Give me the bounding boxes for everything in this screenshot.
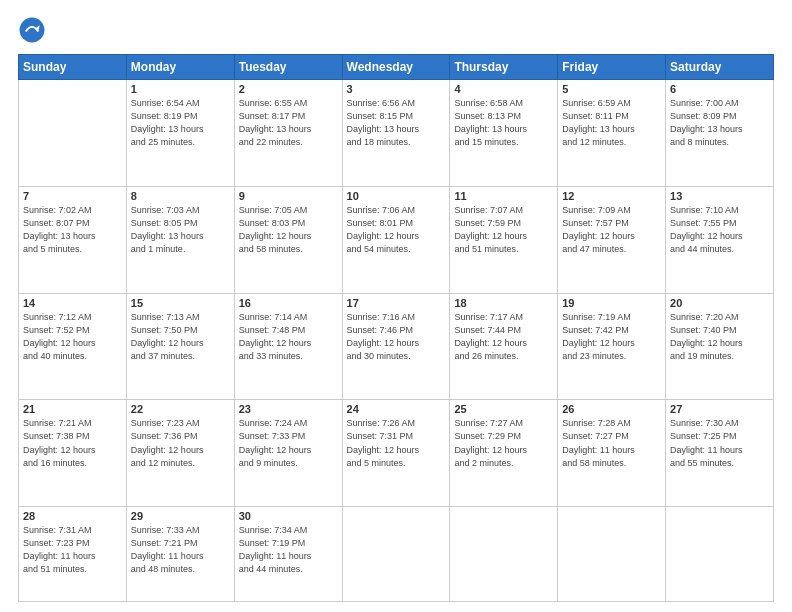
day-info: Sunrise: 7:14 AM Sunset: 7:48 PM Dayligh… <box>239 311 338 363</box>
day-info: Sunrise: 6:55 AM Sunset: 8:17 PM Dayligh… <box>239 97 338 149</box>
day-info: Sunrise: 7:30 AM Sunset: 7:25 PM Dayligh… <box>670 417 769 469</box>
calendar-cell: 5Sunrise: 6:59 AM Sunset: 8:11 PM Daylig… <box>558 80 666 187</box>
day-number: 13 <box>670 190 769 202</box>
day-info: Sunrise: 7:33 AM Sunset: 7:21 PM Dayligh… <box>131 524 230 576</box>
calendar-cell: 2Sunrise: 6:55 AM Sunset: 8:17 PM Daylig… <box>234 80 342 187</box>
calendar-cell: 13Sunrise: 7:10 AM Sunset: 7:55 PM Dayli… <box>666 186 774 293</box>
calendar-day-header: Thursday <box>450 55 558 80</box>
day-info: Sunrise: 7:17 AM Sunset: 7:44 PM Dayligh… <box>454 311 553 363</box>
calendar-cell <box>558 507 666 602</box>
calendar-day-header: Wednesday <box>342 55 450 80</box>
calendar-week-row: 28Sunrise: 7:31 AM Sunset: 7:23 PM Dayli… <box>19 507 774 602</box>
day-number: 3 <box>347 83 446 95</box>
day-info: Sunrise: 7:28 AM Sunset: 7:27 PM Dayligh… <box>562 417 661 469</box>
day-info: Sunrise: 7:19 AM Sunset: 7:42 PM Dayligh… <box>562 311 661 363</box>
day-number: 14 <box>23 297 122 309</box>
calendar-cell: 4Sunrise: 6:58 AM Sunset: 8:13 PM Daylig… <box>450 80 558 187</box>
day-number: 2 <box>239 83 338 95</box>
svg-point-0 <box>20 18 45 43</box>
day-info: Sunrise: 7:13 AM Sunset: 7:50 PM Dayligh… <box>131 311 230 363</box>
calendar-cell: 10Sunrise: 7:06 AM Sunset: 8:01 PM Dayli… <box>342 186 450 293</box>
calendar-cell: 25Sunrise: 7:27 AM Sunset: 7:29 PM Dayli… <box>450 400 558 507</box>
calendar-cell <box>342 507 450 602</box>
day-info: Sunrise: 7:23 AM Sunset: 7:36 PM Dayligh… <box>131 417 230 469</box>
day-number: 28 <box>23 510 122 522</box>
day-number: 7 <box>23 190 122 202</box>
day-info: Sunrise: 6:56 AM Sunset: 8:15 PM Dayligh… <box>347 97 446 149</box>
day-number: 21 <box>23 403 122 415</box>
calendar-cell: 21Sunrise: 7:21 AM Sunset: 7:38 PM Dayli… <box>19 400 127 507</box>
day-info: Sunrise: 7:31 AM Sunset: 7:23 PM Dayligh… <box>23 524 122 576</box>
calendar-header-row: SundayMondayTuesdayWednesdayThursdayFrid… <box>19 55 774 80</box>
calendar-cell: 1Sunrise: 6:54 AM Sunset: 8:19 PM Daylig… <box>126 80 234 187</box>
day-number: 17 <box>347 297 446 309</box>
calendar-cell: 23Sunrise: 7:24 AM Sunset: 7:33 PM Dayli… <box>234 400 342 507</box>
calendar-cell: 15Sunrise: 7:13 AM Sunset: 7:50 PM Dayli… <box>126 293 234 400</box>
day-number: 20 <box>670 297 769 309</box>
day-info: Sunrise: 7:24 AM Sunset: 7:33 PM Dayligh… <box>239 417 338 469</box>
day-info: Sunrise: 7:34 AM Sunset: 7:19 PM Dayligh… <box>239 524 338 576</box>
day-number: 15 <box>131 297 230 309</box>
calendar-cell: 8Sunrise: 7:03 AM Sunset: 8:05 PM Daylig… <box>126 186 234 293</box>
day-number: 10 <box>347 190 446 202</box>
day-info: Sunrise: 7:07 AM Sunset: 7:59 PM Dayligh… <box>454 204 553 256</box>
calendar-cell: 28Sunrise: 7:31 AM Sunset: 7:23 PM Dayli… <box>19 507 127 602</box>
day-number: 26 <box>562 403 661 415</box>
calendar-cell: 29Sunrise: 7:33 AM Sunset: 7:21 PM Dayli… <box>126 507 234 602</box>
day-number: 9 <box>239 190 338 202</box>
day-number: 4 <box>454 83 553 95</box>
calendar-day-header: Sunday <box>19 55 127 80</box>
calendar-cell <box>19 80 127 187</box>
day-number: 22 <box>131 403 230 415</box>
day-info: Sunrise: 7:00 AM Sunset: 8:09 PM Dayligh… <box>670 97 769 149</box>
day-number: 25 <box>454 403 553 415</box>
day-info: Sunrise: 7:12 AM Sunset: 7:52 PM Dayligh… <box>23 311 122 363</box>
day-info: Sunrise: 7:27 AM Sunset: 7:29 PM Dayligh… <box>454 417 553 469</box>
calendar-cell: 30Sunrise: 7:34 AM Sunset: 7:19 PM Dayli… <box>234 507 342 602</box>
day-info: Sunrise: 7:02 AM Sunset: 8:07 PM Dayligh… <box>23 204 122 256</box>
calendar-day-header: Friday <box>558 55 666 80</box>
calendar-week-row: 21Sunrise: 7:21 AM Sunset: 7:38 PM Dayli… <box>19 400 774 507</box>
day-number: 11 <box>454 190 553 202</box>
day-info: Sunrise: 7:10 AM Sunset: 7:55 PM Dayligh… <box>670 204 769 256</box>
day-info: Sunrise: 7:03 AM Sunset: 8:05 PM Dayligh… <box>131 204 230 256</box>
calendar-cell: 9Sunrise: 7:05 AM Sunset: 8:03 PM Daylig… <box>234 186 342 293</box>
calendar-cell: 17Sunrise: 7:16 AM Sunset: 7:46 PM Dayli… <box>342 293 450 400</box>
calendar-cell <box>450 507 558 602</box>
calendar-cell: 18Sunrise: 7:17 AM Sunset: 7:44 PM Dayli… <box>450 293 558 400</box>
day-number: 12 <box>562 190 661 202</box>
day-number: 1 <box>131 83 230 95</box>
day-info: Sunrise: 7:06 AM Sunset: 8:01 PM Dayligh… <box>347 204 446 256</box>
calendar-day-header: Monday <box>126 55 234 80</box>
calendar-cell: 16Sunrise: 7:14 AM Sunset: 7:48 PM Dayli… <box>234 293 342 400</box>
calendar-cell: 7Sunrise: 7:02 AM Sunset: 8:07 PM Daylig… <box>19 186 127 293</box>
day-info: Sunrise: 6:59 AM Sunset: 8:11 PM Dayligh… <box>562 97 661 149</box>
calendar-cell: 24Sunrise: 7:26 AM Sunset: 7:31 PM Dayli… <box>342 400 450 507</box>
calendar-cell: 11Sunrise: 7:07 AM Sunset: 7:59 PM Dayli… <box>450 186 558 293</box>
day-info: Sunrise: 7:21 AM Sunset: 7:38 PM Dayligh… <box>23 417 122 469</box>
calendar-week-row: 1Sunrise: 6:54 AM Sunset: 8:19 PM Daylig… <box>19 80 774 187</box>
calendar-table: SundayMondayTuesdayWednesdayThursdayFrid… <box>18 54 774 602</box>
day-number: 27 <box>670 403 769 415</box>
day-number: 18 <box>454 297 553 309</box>
calendar-week-row: 7Sunrise: 7:02 AM Sunset: 8:07 PM Daylig… <box>19 186 774 293</box>
calendar-cell: 27Sunrise: 7:30 AM Sunset: 7:25 PM Dayli… <box>666 400 774 507</box>
day-info: Sunrise: 7:05 AM Sunset: 8:03 PM Dayligh… <box>239 204 338 256</box>
day-info: Sunrise: 6:54 AM Sunset: 8:19 PM Dayligh… <box>131 97 230 149</box>
calendar-cell: 26Sunrise: 7:28 AM Sunset: 7:27 PM Dayli… <box>558 400 666 507</box>
calendar-cell: 19Sunrise: 7:19 AM Sunset: 7:42 PM Dayli… <box>558 293 666 400</box>
day-number: 16 <box>239 297 338 309</box>
calendar-day-header: Tuesday <box>234 55 342 80</box>
calendar-cell: 3Sunrise: 6:56 AM Sunset: 8:15 PM Daylig… <box>342 80 450 187</box>
day-number: 23 <box>239 403 338 415</box>
calendar-week-row: 14Sunrise: 7:12 AM Sunset: 7:52 PM Dayli… <box>19 293 774 400</box>
calendar-cell: 12Sunrise: 7:09 AM Sunset: 7:57 PM Dayli… <box>558 186 666 293</box>
day-number: 30 <box>239 510 338 522</box>
calendar-day-header: Saturday <box>666 55 774 80</box>
logo-icon <box>18 16 46 44</box>
day-number: 29 <box>131 510 230 522</box>
page-header <box>18 16 774 44</box>
day-info: Sunrise: 7:20 AM Sunset: 7:40 PM Dayligh… <box>670 311 769 363</box>
day-info: Sunrise: 7:16 AM Sunset: 7:46 PM Dayligh… <box>347 311 446 363</box>
logo <box>18 16 50 44</box>
